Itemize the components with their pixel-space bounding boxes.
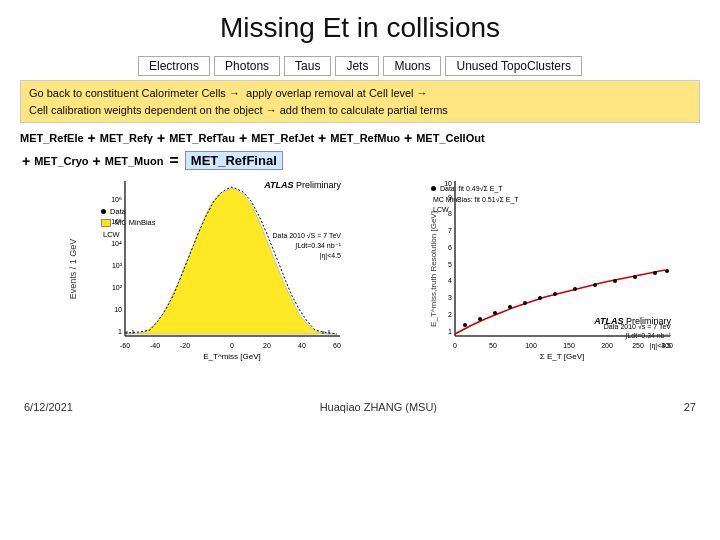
svg-text:1: 1 <box>118 328 122 335</box>
svg-text:3: 3 <box>448 294 452 301</box>
chart-right-svg: 1 2 3 4 5 6 7 8 9 10 0 50 100 150 200 25… <box>425 176 675 361</box>
svg-point-44 <box>493 311 497 315</box>
chart-left-wrapper: Events / 1 GeV ATLAS Preliminary Data MC… <box>40 176 350 391</box>
plus-5: + <box>404 130 412 146</box>
eq-sign: = <box>169 152 178 170</box>
svg-text:6: 6 <box>448 244 452 251</box>
desc-line2: Cell calibration weights dependent on th… <box>29 102 691 119</box>
chart-left-y-label: Events / 1 GeV <box>68 238 78 299</box>
plus-3: + <box>239 130 247 146</box>
description-box: Go back to constituent Calorimeter Cells… <box>20 80 700 123</box>
svg-marker-17 <box>125 188 337 334</box>
svg-text:300: 300 <box>661 342 673 349</box>
term-refmuo: MET_RefMuo <box>330 132 400 144</box>
page-title: Missing Et in collisions <box>0 0 720 52</box>
svg-text:4: 4 <box>448 277 452 284</box>
svg-text:10⁵: 10⁵ <box>111 218 122 225</box>
chart-right-wrapper: E_T^miss,truth Resolution [GeV] ATLAS Pr… <box>370 176 680 391</box>
svg-text:0: 0 <box>453 342 457 349</box>
cat-jets: Jets <box>335 56 379 76</box>
svg-point-43 <box>478 317 482 321</box>
term-reffinal: MET_RefFinal <box>185 151 283 170</box>
svg-text:40: 40 <box>298 342 306 349</box>
svg-text:200: 200 <box>601 342 613 349</box>
svg-text:150: 150 <box>563 342 575 349</box>
svg-text:10⁶: 10⁶ <box>111 196 122 203</box>
chart-right: E_T^miss,truth Resolution [GeV] ATLAS Pr… <box>425 176 675 361</box>
term-cellout: MET_CellOut <box>416 132 484 144</box>
plus-1: + <box>88 130 96 146</box>
svg-point-54 <box>665 269 669 273</box>
svg-point-49 <box>573 287 577 291</box>
charts-row: Events / 1 GeV ATLAS Preliminary Data MC… <box>0 172 720 395</box>
term-refy: MET_Refγ <box>100 132 153 144</box>
category-row: Electrons Photons Taus Jets Muons Unused… <box>20 56 700 76</box>
svg-text:50: 50 <box>489 342 497 349</box>
svg-point-51 <box>613 279 617 283</box>
footer-date: 6/12/2021 <box>24 401 73 413</box>
cat-electrons: Electrons <box>138 56 210 76</box>
svg-point-48 <box>553 292 557 296</box>
svg-text:10³: 10³ <box>112 262 123 269</box>
svg-text:5: 5 <box>448 261 452 268</box>
cat-taus: Taus <box>284 56 331 76</box>
footer-page: 27 <box>684 401 696 413</box>
chart-left-svg: 1 10 10² 10³ 10⁴ 10⁵ 10⁶ -60 -40 -20 0 2… <box>95 176 345 361</box>
term-reftau: MET_RefTau <box>169 132 235 144</box>
svg-text:0: 0 <box>230 342 234 349</box>
cat-muons: Muons <box>383 56 441 76</box>
plus-4: + <box>318 130 326 146</box>
svg-point-46 <box>523 301 527 305</box>
svg-text:7: 7 <box>448 227 452 234</box>
term-refele: MET_RefEle <box>20 132 84 144</box>
svg-text:2: 2 <box>448 311 452 318</box>
plus-6: + <box>22 153 30 169</box>
svg-text:-40: -40 <box>150 342 160 349</box>
svg-point-45 <box>508 305 512 309</box>
svg-text:10: 10 <box>114 306 122 313</box>
desc-line1: Go back to constituent Calorimeter Cells… <box>29 85 691 102</box>
svg-text:1: 1 <box>448 328 452 335</box>
svg-point-47 <box>538 296 542 300</box>
svg-text:Σ E_T [GeV]: Σ E_T [GeV] <box>540 352 584 361</box>
svg-text:-20: -20 <box>180 342 190 349</box>
svg-text:9: 9 <box>448 194 452 201</box>
svg-point-53 <box>653 271 657 275</box>
term-muon: MET_Muon <box>105 155 164 167</box>
svg-text:E_T^miss [GeV]: E_T^miss [GeV] <box>203 352 261 361</box>
svg-text:10⁴: 10⁴ <box>111 240 122 247</box>
chart-left: Events / 1 GeV ATLAS Preliminary Data MC… <box>95 176 345 361</box>
term-refjet: MET_RefJet <box>251 132 314 144</box>
term-cryo: MET_Cryo <box>34 155 88 167</box>
plus-2: + <box>157 130 165 146</box>
plus-7: + <box>93 153 101 169</box>
cat-photons: Photons <box>214 56 280 76</box>
svg-point-42 <box>463 323 467 327</box>
svg-text:60: 60 <box>333 342 341 349</box>
svg-text:250: 250 <box>632 342 644 349</box>
formula-row-1: MET_RefEle + MET_Refγ + MET_RefTau + MET… <box>0 127 720 149</box>
formula-row-2: + MET_Cryo + MET_Muon = MET_RefFinal <box>0 149 720 172</box>
cat-unused: Unused TopoClusters <box>445 56 582 76</box>
svg-text:20: 20 <box>263 342 271 349</box>
svg-point-52 <box>633 275 637 279</box>
svg-text:100: 100 <box>525 342 537 349</box>
svg-text:8: 8 <box>448 210 452 217</box>
footer: 6/12/2021 Huaqiao ZHANG (MSU) 27 <box>0 395 720 413</box>
svg-text:10: 10 <box>444 180 452 187</box>
footer-author: Huaqiao ZHANG (MSU) <box>320 401 437 413</box>
svg-text:-60: -60 <box>120 342 130 349</box>
svg-point-50 <box>593 283 597 287</box>
svg-text:10²: 10² <box>112 284 123 291</box>
